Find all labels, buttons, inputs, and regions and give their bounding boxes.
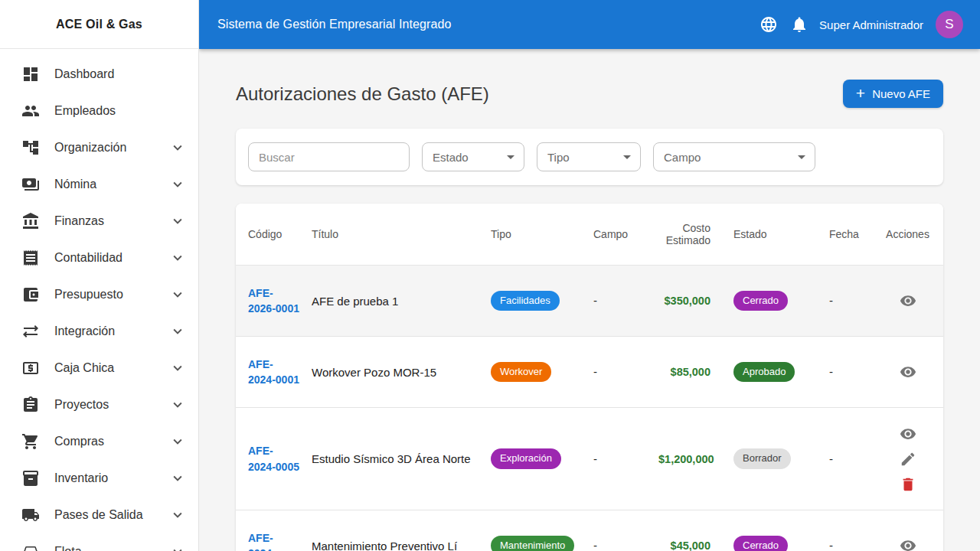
status-badge: Cerrado bbox=[733, 536, 788, 551]
sidebar-item-label: Finanzas bbox=[54, 214, 169, 228]
col-header-campo: Campo bbox=[593, 228, 658, 240]
fecha-value: - bbox=[829, 452, 833, 465]
afe-title: Workover Pozo MOR-15 bbox=[312, 366, 436, 379]
main-content: Autorizaciones de Gasto (AFE) + Nuevo AF… bbox=[199, 49, 980, 551]
fecha-value: - bbox=[829, 539, 833, 551]
sidebar-item-presupuesto[interactable]: Presupuesto bbox=[0, 276, 198, 313]
chevron-down-icon bbox=[169, 286, 186, 303]
sidebar-item-label: Presupuesto bbox=[54, 288, 169, 302]
truck-icon bbox=[21, 506, 40, 524]
sidebar-item-compras[interactable]: Compras bbox=[0, 423, 198, 460]
sidebar-item-label: Inventario bbox=[54, 471, 169, 485]
dropdown-arrow-icon bbox=[507, 155, 514, 159]
cash-icon bbox=[21, 359, 40, 377]
col-header-estado: Estado bbox=[733, 228, 829, 240]
org-tree-icon bbox=[21, 139, 40, 157]
globe-icon[interactable] bbox=[753, 9, 784, 40]
wallet-icon bbox=[21, 285, 40, 304]
view-icon[interactable] bbox=[899, 425, 917, 443]
table-row: AFE-2024-0005 Estudio Sísmico 3D Área No… bbox=[236, 408, 943, 510]
sidebar-item-empleados[interactable]: Empleados bbox=[0, 93, 198, 129]
status-badge: Cerrado bbox=[733, 291, 788, 311]
topbar: Sistema de Gestión Empresarial Integrado… bbox=[199, 0, 980, 49]
view-icon[interactable] bbox=[899, 363, 917, 381]
sidebar-item-proyectos[interactable]: Proyectos bbox=[0, 386, 198, 423]
afe-title: AFE de prueba 1 bbox=[312, 295, 398, 308]
chevron-down-icon bbox=[169, 433, 186, 450]
col-header-costo: Costo Estimado bbox=[658, 222, 733, 246]
sync-icon bbox=[21, 322, 40, 341]
sidebar-item-contabilidad[interactable]: Contabilidad bbox=[0, 240, 198, 276]
view-icon[interactable] bbox=[899, 292, 917, 310]
campo-select[interactable]: Campo bbox=[653, 142, 815, 171]
estado-select-label: Estado bbox=[433, 151, 469, 164]
sidebar-item-inventario[interactable]: Inventario bbox=[0, 460, 198, 497]
afe-code-link[interactable]: AFE-2024-0005 bbox=[248, 443, 299, 474]
afe-code-link[interactable]: AFE-2024-0001 bbox=[248, 357, 299, 388]
sidebar-item-caja-chica[interactable]: Caja Chica bbox=[0, 350, 198, 386]
receipt-icon bbox=[21, 249, 40, 267]
campo-select-label: Campo bbox=[664, 151, 701, 164]
col-header-tipo: Tipo bbox=[491, 228, 593, 240]
chevron-down-icon bbox=[169, 360, 186, 377]
campo-value: - bbox=[593, 294, 597, 307]
sidebar: ACE Oil & Gas Dashboard Empleados Organi… bbox=[0, 0, 199, 551]
sidebar-item-dashboard[interactable]: Dashboard bbox=[0, 56, 198, 93]
type-chip: Exploración bbox=[491, 448, 561, 468]
avatar[interactable]: S bbox=[936, 11, 963, 38]
new-afe-button[interactable]: + Nuevo AFE bbox=[843, 80, 943, 108]
inventory-icon bbox=[21, 469, 40, 487]
table-header-row: Código Título Tipo Campo Costo Estimado … bbox=[236, 204, 943, 266]
chevron-down-icon bbox=[169, 249, 186, 266]
chevron-down-icon bbox=[169, 213, 186, 230]
table-row: AFE-2024- Mantenimiento Preventivo Lí Ma… bbox=[236, 510, 943, 551]
sidebar-item-nomina[interactable]: Nómina bbox=[0, 166, 198, 203]
sidebar-item-flota[interactable]: Flota bbox=[0, 533, 198, 551]
type-chip: Facilidades bbox=[491, 291, 560, 311]
type-chip: Mantenimiento bbox=[491, 536, 574, 551]
plus-icon: + bbox=[856, 85, 865, 101]
sidebar-item-label: Dashboard bbox=[54, 67, 186, 81]
afe-code-link[interactable]: AFE-2026-0001 bbox=[248, 285, 299, 317]
afe-title: Estudio Sísmico 3D Área Norte bbox=[312, 452, 471, 465]
afe-title: Mantenimiento Preventivo Lí bbox=[312, 540, 457, 551]
chevron-down-icon bbox=[169, 396, 186, 413]
table-row: AFE-2026-0001 AFE de prueba 1 Facilidade… bbox=[236, 266, 943, 337]
table-row: AFE-2024-0001 Workover Pozo MOR-15 Worko… bbox=[236, 337, 943, 408]
new-afe-button-label: Nuevo AFE bbox=[872, 87, 930, 100]
col-header-titulo: Título bbox=[312, 228, 491, 240]
col-header-codigo: Código bbox=[248, 228, 312, 240]
sidebar-item-label: Contabilidad bbox=[54, 251, 169, 265]
payments-icon bbox=[21, 175, 40, 194]
col-header-acciones: Acciones bbox=[884, 228, 931, 240]
sidebar-item-label: Organización bbox=[54, 141, 169, 155]
status-badge: Borrador bbox=[733, 448, 791, 468]
fecha-value: - bbox=[829, 365, 833, 378]
type-chip: Workover bbox=[491, 362, 551, 382]
tipo-select[interactable]: Tipo bbox=[537, 142, 641, 171]
page-title: Autorizaciones de Gasto (AFE) bbox=[236, 83, 489, 105]
sidebar-item-organizacion[interactable]: Organización bbox=[0, 129, 198, 166]
delete-icon[interactable] bbox=[899, 475, 917, 494]
chevron-down-icon bbox=[169, 176, 186, 193]
sidebar-item-label: Empleados bbox=[54, 104, 186, 118]
status-badge: Aprobado bbox=[733, 362, 795, 382]
campo-value: - bbox=[593, 365, 597, 378]
filter-bar: Estado Tipo Campo bbox=[236, 129, 943, 185]
fecha-value: - bbox=[829, 294, 833, 307]
sidebar-item-integracion[interactable]: Integración bbox=[0, 313, 198, 350]
search-input[interactable] bbox=[248, 142, 410, 171]
dashboard-icon bbox=[21, 65, 40, 83]
estado-select[interactable]: Estado bbox=[422, 142, 524, 171]
sidebar-item-pases-de-salida[interactable]: Pases de Salida bbox=[0, 497, 198, 533]
chevron-down-icon bbox=[169, 470, 186, 487]
chevron-down-icon bbox=[169, 139, 186, 156]
sidebar-item-finanzas[interactable]: Finanzas bbox=[0, 203, 198, 240]
car-icon bbox=[21, 543, 40, 551]
view-icon[interactable] bbox=[899, 536, 917, 551]
afe-code-link[interactable]: AFE-2024- bbox=[248, 530, 299, 551]
dropdown-arrow-icon bbox=[798, 155, 805, 159]
app-logo: ACE Oil & Gas bbox=[0, 0, 198, 49]
bell-icon[interactable] bbox=[784, 9, 815, 40]
edit-icon[interactable] bbox=[899, 450, 917, 468]
